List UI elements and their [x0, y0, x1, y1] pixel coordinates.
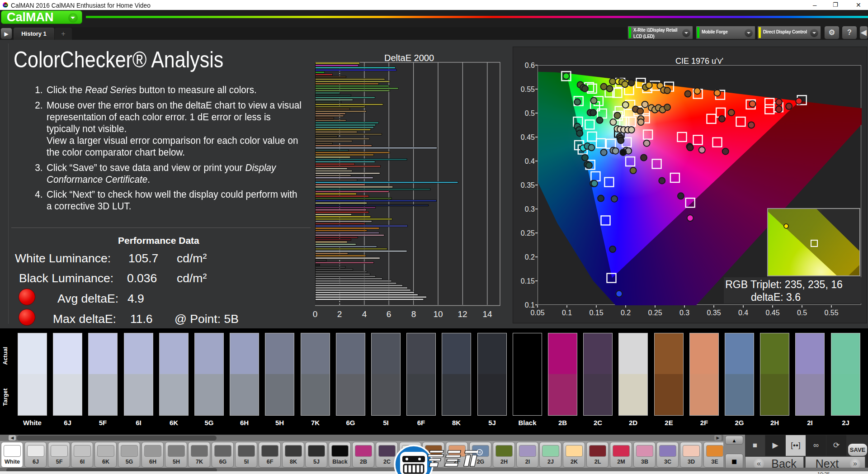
svg-text:R: R [478, 450, 481, 455]
